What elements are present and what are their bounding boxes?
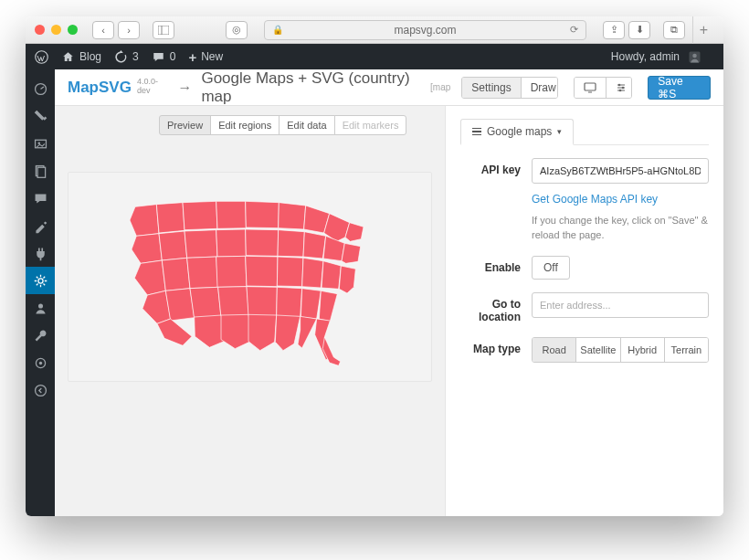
panels: Preview Edit regions Edit data Edit mark… (55, 106, 723, 516)
wp-site-link[interactable]: Blog (61, 50, 101, 64)
google-maps-tab-label: Google maps (487, 125, 552, 138)
svg-point-20 (618, 83, 621, 86)
titlebar: ‹ › ◎ 🔒 mapsvg.com ⟳ ⇪ ⬇ ⧉ + (26, 16, 723, 44)
row-maptype: Map type Road Satellite Hybrid Terrain (460, 337, 709, 363)
svg-point-11 (37, 303, 42, 308)
caret-down-icon: ▾ (557, 127, 562, 136)
label-apikey: API key (460, 158, 532, 243)
us-map-svg (104, 185, 396, 368)
sidebar-item-dashboard[interactable] (26, 75, 55, 102)
plugin-header: MapSVG 4.0.0-dev → Google Maps + SVG (co… (55, 69, 723, 106)
sidebar-item-users[interactable] (26, 294, 55, 322)
sidebar-item-appearance[interactable] (26, 212, 55, 239)
wp-sidebar (26, 69, 55, 516)
sidebar-item-settings[interactable] (26, 267, 55, 294)
svg-point-2 (36, 50, 48, 63)
svg-rect-0 (158, 26, 169, 35)
wp-logo[interactable] (35, 50, 48, 64)
row-enable: Enable Off (460, 256, 709, 280)
svg-rect-9 (37, 167, 46, 177)
wp-new-label: New (201, 50, 223, 63)
content: MapSVG 4.0.0-dev → Google Maps + SVG (co… (26, 69, 723, 516)
forward-button[interactable]: › (118, 21, 140, 39)
back-button[interactable]: ‹ (92, 21, 114, 39)
row-goto: Go to location (460, 292, 709, 324)
svg-point-4 (692, 53, 697, 58)
mode-draw[interactable]: Draw (522, 78, 558, 98)
tab-edit-markers: Edit markers (334, 115, 407, 135)
version-badge: 4.0.0-dev (137, 77, 169, 95)
maptype-terrain[interactable]: Terrain (665, 338, 708, 362)
wp-howdy-label: Howdy, admin (611, 50, 680, 63)
view-sliders-icon[interactable] (607, 78, 632, 98)
window-controls (35, 25, 78, 35)
downloads-button[interactable]: ⬇ (628, 21, 650, 39)
left-panel: Preview Edit regions Edit data Edit mark… (55, 106, 445, 516)
sidebar-toggle-button[interactable] (153, 21, 174, 39)
view-tools (574, 77, 632, 99)
right-panel: Google maps ▾ API key Get Google Maps AP… (445, 106, 723, 516)
sidebar-item-comments[interactable] (26, 185, 55, 212)
nav-buttons: ‹ › (92, 21, 140, 39)
new-tab-button[interactable]: + (692, 16, 714, 44)
maptype-satellite[interactable]: Satellite (576, 338, 620, 362)
wp-comments[interactable]: 0 (152, 50, 176, 64)
close-icon[interactable] (35, 25, 45, 35)
wp-howdy[interactable]: Howdy, admin (611, 50, 702, 64)
tab-edit-data[interactable]: Edit data (279, 115, 334, 135)
arrow-icon: → (177, 79, 192, 96)
shield-button[interactable]: ◎ (226, 21, 248, 39)
svg-point-10 (37, 278, 42, 282)
label-goto: Go to location (460, 292, 532, 324)
main: MapSVG 4.0.0-dev → Google Maps + SVG (co… (55, 69, 723, 516)
zoom-icon[interactable] (68, 25, 78, 35)
input-apikey[interactable] (532, 158, 709, 184)
save-button[interactable]: Save ⌘S (648, 76, 711, 100)
input-goto[interactable] (532, 292, 709, 318)
mode-settings[interactable]: Settings (462, 78, 521, 98)
sidebar-item-generic[interactable] (26, 349, 55, 376)
map-preview[interactable] (68, 172, 432, 382)
wp-updates-count: 3 (132, 50, 139, 63)
sidebar-item-tools[interactable] (26, 322, 55, 349)
svg-point-7 (37, 142, 40, 144)
label-enable: Enable (460, 256, 532, 280)
google-maps-tab[interactable]: Google maps ▾ (460, 119, 574, 145)
wp-comments-count: 0 (170, 50, 176, 63)
brand[interactable]: MapSVG (68, 79, 132, 97)
wp-admin-bar: Blog 3 0 + New Howdy, admin (26, 44, 723, 69)
page-tag: [map (430, 82, 450, 92)
maptype-segments: Road Satellite Hybrid Terrain (532, 337, 709, 363)
toolbar-right: ⇪ ⬇ (603, 21, 650, 39)
editor-tabs: Preview Edit regions Edit data Edit mark… (159, 115, 432, 135)
link-get-api-key[interactable]: Get Google Maps API key (532, 193, 658, 206)
wp-updates[interactable]: 3 (114, 50, 139, 64)
tab-preview[interactable]: Preview (159, 115, 211, 135)
sidebar-item-pages[interactable] (26, 157, 55, 185)
reload-icon[interactable]: ⟳ (570, 24, 578, 36)
sidebar-item-posts[interactable] (26, 102, 55, 130)
page-title: Google Maps + SVG (country) map (201, 69, 425, 106)
toggle-enable[interactable]: Off (532, 256, 570, 280)
svg-point-13 (38, 361, 41, 364)
wp-new[interactable]: + New (188, 49, 223, 65)
share-button[interactable]: ⇪ (603, 21, 625, 39)
url-bar[interactable]: 🔒 mapsvg.com ⟳ (264, 20, 586, 40)
tabs-button[interactable]: ⧉ (663, 21, 685, 39)
url-text: mapsvg.com (394, 24, 456, 37)
view-preview-icon[interactable] (575, 78, 607, 98)
wp-site-label: Blog (79, 50, 101, 63)
browser-window: ‹ › ◎ 🔒 mapsvg.com ⟳ ⇪ ⬇ ⧉ + Blog 3 (26, 16, 723, 516)
sidebar-item-media[interactable] (26, 130, 55, 157)
minimize-icon[interactable] (51, 25, 61, 35)
svg-rect-15 (585, 83, 596, 90)
svg-point-21 (622, 86, 625, 89)
sidebar-collapse[interactable] (26, 376, 55, 404)
svg-point-14 (35, 385, 46, 396)
apikey-note: If you change the key, click on "Save" &… (532, 213, 709, 243)
maptype-road[interactable]: Road (533, 338, 576, 362)
mode-switch: Settings Draw (461, 77, 557, 99)
sidebar-item-plugins[interactable] (26, 239, 55, 267)
maptype-hybrid[interactable]: Hybrid (621, 338, 665, 362)
tab-edit-regions[interactable]: Edit regions (210, 115, 280, 135)
